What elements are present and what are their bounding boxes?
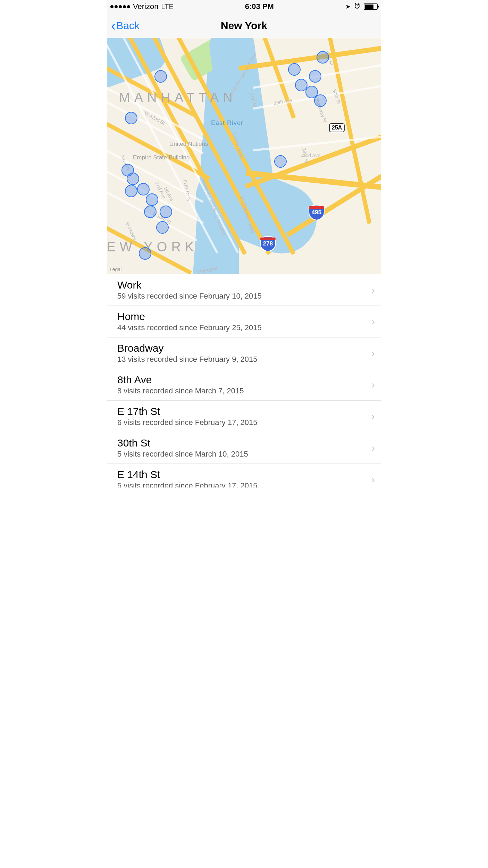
battery-icon [364,3,378,10]
route-shield-495: 495 [308,205,325,220]
phone-frame: Verizon LTE 6:03 PM ➤ ‹ Back New York [107,0,381,487]
map-location-pin[interactable] [146,193,158,206]
map-location-pin[interactable] [137,183,150,195]
chevron-right-icon: › [371,474,375,485]
network-label: LTE [161,3,173,11]
map-label-un: United Nations [169,141,208,148]
chevron-right-icon: › [371,316,375,327]
map-location-pin[interactable] [160,206,172,218]
carrier-label: Verizon [133,2,158,11]
route-shield-278: 278 [260,236,276,251]
location-subtitle: 6 visits recorded since February 17, 201… [117,418,371,427]
location-subtitle: 5 visits recorded since March 10, 2015 [117,450,371,459]
location-title: E 17th St [117,406,371,417]
page-title: New York [221,20,267,32]
svg-line-3 [359,3,360,5]
location-subtitle: 44 visits recorded since February 25, 20… [117,323,371,332]
location-title: 30th St [117,437,371,449]
location-subtitle: 13 visits recorded since February 9, 201… [117,355,371,364]
map-label-east-river: East River [211,120,243,127]
svg-rect-5 [309,206,324,209]
map-location-pin[interactable] [317,51,329,64]
location-row[interactable]: 30th St 5 visits recorded since March 10… [107,432,381,464]
map-location-pin[interactable] [274,155,287,168]
map-label-newyork: NEW YORK [107,240,198,254]
map-legal-link[interactable]: Legal [110,267,121,272]
map-label-empire: Empire State Building [133,155,190,161]
svg-rect-4 [260,237,276,240]
location-icon: ➤ [345,3,351,10]
clock-label: 6:03 PM [245,2,274,11]
location-row[interactable]: E 14th St 5 visits recorded since Februa… [107,464,381,487]
location-subtitle: 8 visits recorded since March 7, 2015 [117,386,371,395]
location-subtitle: 59 visits recorded since February 10, 20… [117,292,371,301]
map-location-pin[interactable] [139,247,151,260]
back-button[interactable]: ‹ Back [111,19,140,33]
map-location-pin[interactable] [156,221,169,234]
map-location-pin[interactable] [125,185,137,197]
location-row[interactable]: 8th Ave 8 visits recorded since March 7,… [107,369,381,401]
chevron-right-icon: › [371,379,375,391]
location-title: Home [117,311,371,323]
location-row[interactable]: Work 59 visits recorded since February 1… [107,274,381,306]
map-location-pin[interactable] [144,206,157,218]
map-label-manhattan: MANHATTAN [119,90,237,105]
location-subtitle: 5 visits recorded since February 17, 201… [117,481,371,487]
chevron-right-icon: › [371,347,375,359]
map-view[interactable]: MANHATTAN NEW YORK East River Empire Sta… [107,38,381,274]
map-location-pin[interactable] [125,112,137,124]
status-right: ➤ [345,2,378,11]
chevron-right-icon: › [371,284,375,296]
signal-dots-icon [110,5,130,8]
location-row[interactable]: Broadway 13 visits recorded since Februa… [107,337,381,369]
locations-list: Work 59 visits recorded since February 1… [107,274,381,487]
location-row[interactable]: E 17th St 6 visits recorded since Februa… [107,401,381,432]
chevron-right-icon: › [371,410,375,422]
map-location-pin[interactable] [309,70,321,83]
back-label: Back [116,20,140,32]
chevron-left-icon: ‹ [111,19,116,33]
status-left: Verizon LTE [110,2,174,11]
map-location-pin[interactable] [154,70,167,83]
location-title: Broadway [117,342,371,354]
map-location-pin[interactable] [288,63,301,76]
map-location-pin[interactable] [314,94,327,107]
chevron-right-icon: › [371,442,375,454]
nav-bar: ‹ Back New York [107,13,381,38]
svg-line-2 [355,3,356,5]
alarm-icon [354,2,360,11]
location-row[interactable]: Home 44 visits recorded since February 2… [107,306,381,337]
location-title: E 14th St [117,469,371,481]
route-box-25a: 25A [329,123,345,132]
status-bar: Verizon LTE 6:03 PM ➤ [107,0,381,13]
map-location-pin[interactable] [127,173,139,185]
location-title: Work [117,279,371,291]
location-title: 8th Ave [117,374,371,386]
